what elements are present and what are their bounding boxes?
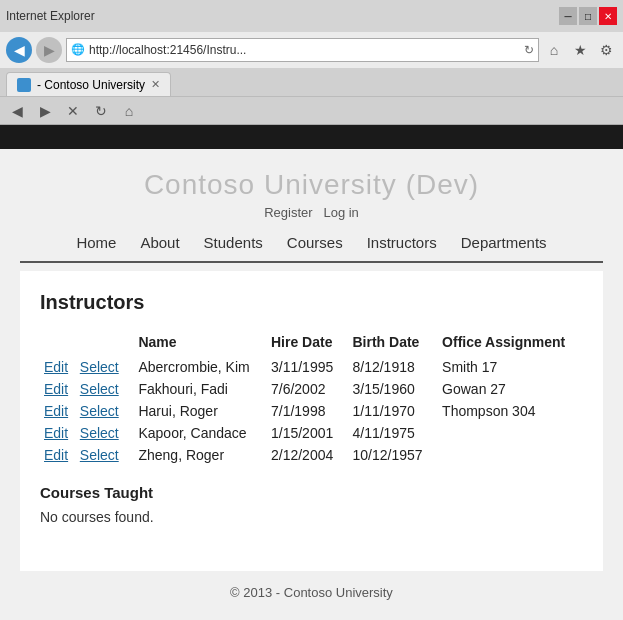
maximize-button[interactable]: □ (579, 7, 597, 25)
register-link[interactable]: Register (264, 205, 312, 220)
address-input[interactable] (89, 43, 520, 57)
browser-toolbar: ◀ ▶ ✕ ↻ ⌂ (0, 96, 623, 124)
site-links: Register Log in (0, 205, 623, 220)
birth-date-1: 3/15/1960 (348, 378, 438, 400)
col-actions (40, 330, 134, 356)
site-nav: Home About Students Courses Instructors … (0, 224, 623, 261)
favorites-icon[interactable]: ★ (569, 39, 591, 61)
back-icon: ◀ (14, 42, 25, 58)
toolbar-forward-icon[interactable]: ▶ (34, 100, 56, 122)
dark-bar (0, 125, 623, 149)
birth-date-2: 1/11/1970 (348, 400, 438, 422)
select-link-1[interactable]: Select (80, 381, 119, 397)
hire-date-1: 7/6/2002 (267, 378, 349, 400)
nav-home[interactable]: Home (76, 234, 116, 251)
nav-bar: ◀ ▶ 🌐 ↻ ⌂ ★ ⚙ (0, 32, 623, 68)
instructor-name-2: Harui, Roger (134, 400, 267, 422)
table-row: Edit Select Kapoor, Candace 1/15/2001 4/… (40, 422, 583, 444)
back-button[interactable]: ◀ (6, 37, 32, 63)
nav-departments[interactable]: Departments (461, 234, 547, 251)
col-office: Office Assignment (438, 330, 583, 356)
nav-students[interactable]: Students (204, 234, 263, 251)
toolbar-refresh-icon[interactable]: ↻ (90, 100, 112, 122)
instructor-name-1: Fakhouri, Fadi (134, 378, 267, 400)
hire-date-4: 2/12/2004 (267, 444, 349, 466)
address-bar[interactable]: 🌐 ↻ (66, 38, 539, 62)
table-row: Edit Select Fakhouri, Fadi 7/6/2002 3/15… (40, 378, 583, 400)
edit-link-4[interactable]: Edit (44, 447, 68, 463)
toolbar-back-icon[interactable]: ◀ (6, 100, 28, 122)
settings-icon[interactable]: ⚙ (595, 39, 617, 61)
hire-date-0: 3/11/1995 (267, 356, 349, 378)
edit-link-2[interactable]: Edit (44, 403, 68, 419)
birth-date-0: 8/12/1918 (348, 356, 438, 378)
minimize-button[interactable]: ─ (559, 7, 577, 25)
instructor-name-3: Kapoor, Candace (134, 422, 267, 444)
nav-about[interactable]: About (140, 234, 179, 251)
title-bar-text: Internet Explorer (6, 9, 95, 23)
tab-title: - Contoso University (37, 78, 145, 92)
home-icon[interactable]: ⌂ (543, 39, 565, 61)
office-0: Smith 17 (438, 356, 583, 378)
edit-link-0[interactable]: Edit (44, 359, 68, 375)
title-bar: Internet Explorer ─ □ ✕ (0, 0, 623, 32)
col-hire-date: Hire Date (267, 330, 349, 356)
select-link-3[interactable]: Select (80, 425, 119, 441)
login-link[interactable]: Log in (323, 205, 358, 220)
table-row: Edit Select Abercrombie, Kim 3/11/1995 8… (40, 356, 583, 378)
tab-favicon (17, 78, 31, 92)
site-header: Contoso University (Dev) Register Log in… (0, 149, 623, 271)
hire-date-2: 7/1/1998 (267, 400, 349, 422)
footer-text: © 2013 - Contoso University (230, 585, 393, 600)
page-heading: Instructors (40, 291, 583, 314)
forward-icon: ▶ (44, 42, 55, 58)
no-courses-message: No courses found. (40, 509, 583, 525)
page-content: Contoso University (Dev) Register Log in… (0, 149, 623, 620)
table-row: Edit Select Zheng, Roger 2/12/2004 10/12… (40, 444, 583, 466)
instructors-table: Name Hire Date Birth Date Office Assignm… (40, 330, 583, 466)
nav-instructors[interactable]: Instructors (367, 234, 437, 251)
select-link-0[interactable]: Select (80, 359, 119, 375)
refresh-icon[interactable]: ↻ (524, 43, 534, 57)
forward-button[interactable]: ▶ (36, 37, 62, 63)
office-1: Gowan 27 (438, 378, 583, 400)
nav-courses[interactable]: Courses (287, 234, 343, 251)
courses-taught-heading: Courses Taught (40, 484, 583, 501)
close-button[interactable]: ✕ (599, 7, 617, 25)
browser-tab[interactable]: - Contoso University ✕ (6, 72, 171, 96)
birth-date-4: 10/12/1957 (348, 444, 438, 466)
office-4 (438, 444, 583, 466)
nav-divider (20, 261, 603, 263)
edit-link-3[interactable]: Edit (44, 425, 68, 441)
site-footer: © 2013 - Contoso University (20, 571, 603, 614)
office-3 (438, 422, 583, 444)
page-icon: 🌐 (71, 43, 85, 57)
birth-date-3: 4/11/1975 (348, 422, 438, 444)
toolbar-stop-icon[interactable]: ✕ (62, 100, 84, 122)
col-name: Name (134, 330, 267, 356)
select-link-2[interactable]: Select (80, 403, 119, 419)
table-row: Edit Select Harui, Roger 7/1/1998 1/11/1… (40, 400, 583, 422)
office-2: Thompson 304 (438, 400, 583, 422)
select-link-4[interactable]: Select (80, 447, 119, 463)
toolbar-home-icon[interactable]: ⌂ (118, 100, 140, 122)
tab-close-icon[interactable]: ✕ (151, 78, 160, 91)
hire-date-3: 1/15/2001 (267, 422, 349, 444)
edit-link-1[interactable]: Edit (44, 381, 68, 397)
title-bar-buttons: ─ □ ✕ (559, 7, 617, 25)
col-birth-date: Birth Date (348, 330, 438, 356)
tab-bar: - Contoso University ✕ (0, 68, 623, 96)
site-title: Contoso University (Dev) (0, 169, 623, 201)
instructor-name-0: Abercrombie, Kim (134, 356, 267, 378)
main-content: Instructors Name Hire Date Birth Date Of… (20, 271, 603, 571)
instructor-name-4: Zheng, Roger (134, 444, 267, 466)
